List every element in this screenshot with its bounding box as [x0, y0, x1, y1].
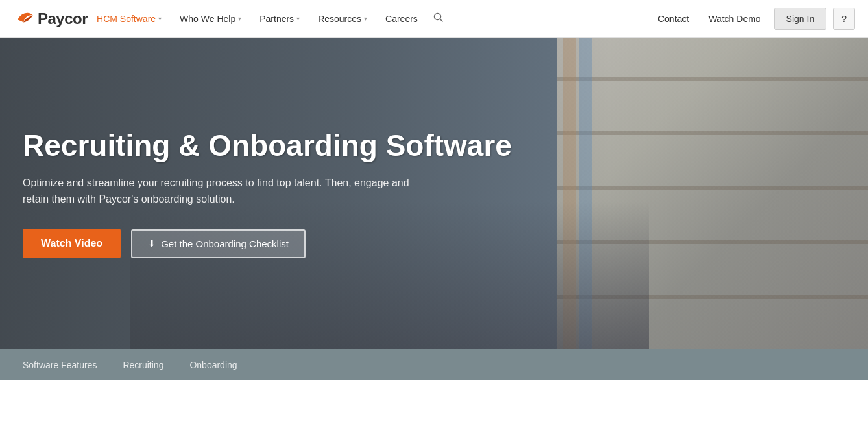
- navbar: Paycor HCM Software ▾ Who We Help ▾ Part…: [0, 0, 868, 38]
- svg-line-1: [440, 19, 442, 21]
- paycor-bird-icon: [13, 7, 36, 31]
- sub-nav-recruiting[interactable]: Recruiting: [123, 360, 163, 370]
- bottom-title: What makes our Applicant Tracking System…: [207, 419, 661, 424]
- chevron-down-icon: ▾: [158, 15, 162, 22]
- hero-subtitle: Optimize and streamline your recruiting …: [23, 175, 425, 208]
- help-button[interactable]: ?: [833, 8, 855, 30]
- download-icon: ⬇: [148, 238, 156, 249]
- chevron-down-icon: ▾: [296, 15, 300, 22]
- nav-hcm-software[interactable]: HCM Software ▾: [88, 0, 171, 38]
- chevron-down-icon: ▾: [364, 15, 367, 22]
- nav-links: HCM Software ▾ Who We Help ▾ Partners ▾ …: [88, 0, 651, 38]
- sub-nav-software-features[interactable]: Software Features: [23, 360, 97, 370]
- nav-who-we-help[interactable]: Who We Help ▾: [171, 0, 250, 38]
- search-icon[interactable]: [427, 12, 450, 25]
- hero-title: Recruiting & Onboarding Software: [23, 129, 561, 163]
- bottom-section: What makes our Applicant Tracking System…: [0, 380, 868, 424]
- nav-right: Contact Watch Demo Sign In ?: [651, 8, 855, 30]
- hero-content: Recruiting & Onboarding Software Optimiz…: [0, 38, 584, 349]
- watch-video-button[interactable]: Watch Video: [23, 229, 121, 258]
- watch-demo-link[interactable]: Watch Demo: [702, 14, 767, 24]
- hero-section: Recruiting & Onboarding Software Optimiz…: [0, 38, 868, 349]
- contact-link[interactable]: Contact: [651, 14, 695, 24]
- logo-text: Paycor: [38, 10, 88, 28]
- nav-careers[interactable]: Careers: [376, 0, 427, 38]
- logo[interactable]: Paycor: [13, 7, 88, 31]
- sign-in-button[interactable]: Sign In: [774, 8, 827, 30]
- onboarding-checklist-button[interactable]: ⬇ Get the Onboarding Checklist: [131, 229, 306, 258]
- sub-nav-onboarding[interactable]: Onboarding: [189, 360, 237, 370]
- nav-partners[interactable]: Partners ▾: [250, 0, 309, 38]
- nav-resources[interactable]: Resources ▾: [309, 0, 376, 38]
- sub-nav: Software Features Recruiting Onboarding: [0, 349, 868, 380]
- chevron-down-icon: ▾: [238, 15, 241, 22]
- hero-buttons: Watch Video ⬇ Get the Onboarding Checkli…: [23, 229, 561, 258]
